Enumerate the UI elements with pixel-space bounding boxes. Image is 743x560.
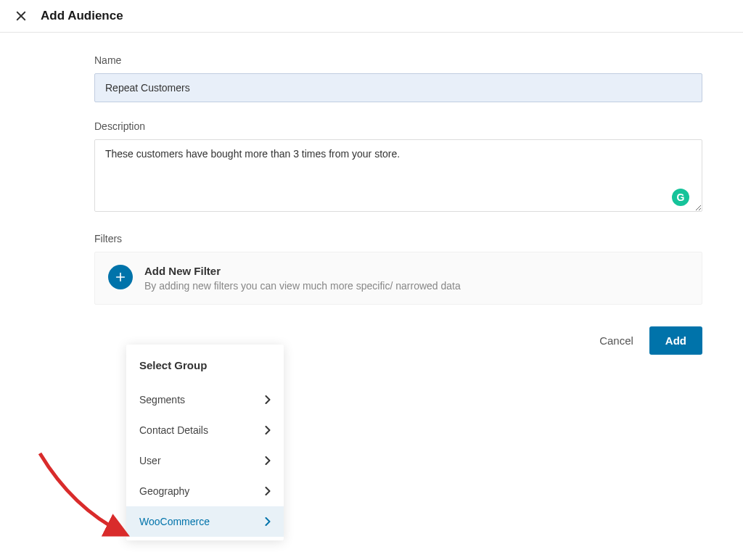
dropdown-item-label: WooCommerce — [139, 516, 210, 527]
modal-header: Add Audience — [0, 0, 743, 33]
dropdown-item-label: Geography — [139, 485, 189, 497]
dropdown-item-user[interactable]: User — [126, 445, 284, 476]
name-label: Name — [94, 54, 700, 66]
add-button[interactable]: Add — [649, 326, 702, 355]
chevron-right-icon — [265, 517, 271, 526]
cancel-button[interactable]: Cancel — [599, 334, 633, 347]
description-label: Description — [94, 120, 700, 132]
dropdown-item-label: Segments — [139, 394, 185, 405]
form-content: Name Description G Filters Add New Filte… — [0, 33, 700, 355]
annotation-arrow — [29, 442, 141, 558]
plus-icon[interactable] — [108, 265, 133, 289]
filter-subtitle: By adding new filters you can view much … — [144, 280, 461, 292]
filters-label: Filters — [94, 233, 700, 244]
name-field-group: Name — [94, 54, 700, 102]
dropdown-item-segments[interactable]: Segments — [126, 384, 284, 415]
chevron-right-icon — [265, 395, 271, 404]
dropdown-item-contact-details[interactable]: Contact Details — [126, 415, 284, 445]
textarea-wrapper: G — [94, 139, 702, 215]
dropdown-item-label: Contact Details — [139, 424, 208, 436]
name-input[interactable] — [94, 73, 702, 102]
dropdown-item-label: User — [139, 455, 161, 466]
chevron-right-icon — [265, 487, 271, 495]
dropdown-title: Select Group — [126, 359, 284, 384]
page-title: Add Audience — [41, 9, 123, 23]
description-textarea[interactable] — [94, 139, 702, 212]
filter-title: Add New Filter — [144, 265, 461, 277]
grammarly-icon[interactable]: G — [672, 189, 689, 206]
filter-text: Add New Filter By adding new filters you… — [144, 265, 461, 292]
chevron-right-icon — [265, 426, 271, 435]
select-group-dropdown: Select Group SegmentsContact DetailsUser… — [126, 345, 284, 540]
filters-field-group: Filters Add New Filter By adding new fil… — [94, 233, 700, 305]
add-filter-box[interactable]: Add New Filter By adding new filters you… — [94, 252, 702, 305]
close-icon[interactable] — [15, 9, 28, 22]
description-field-group: Description G — [94, 120, 700, 215]
dropdown-item-geography[interactable]: Geography — [126, 476, 284, 506]
dropdown-item-woocommerce[interactable]: WooCommerce — [126, 506, 284, 537]
chevron-right-icon — [265, 456, 271, 465]
